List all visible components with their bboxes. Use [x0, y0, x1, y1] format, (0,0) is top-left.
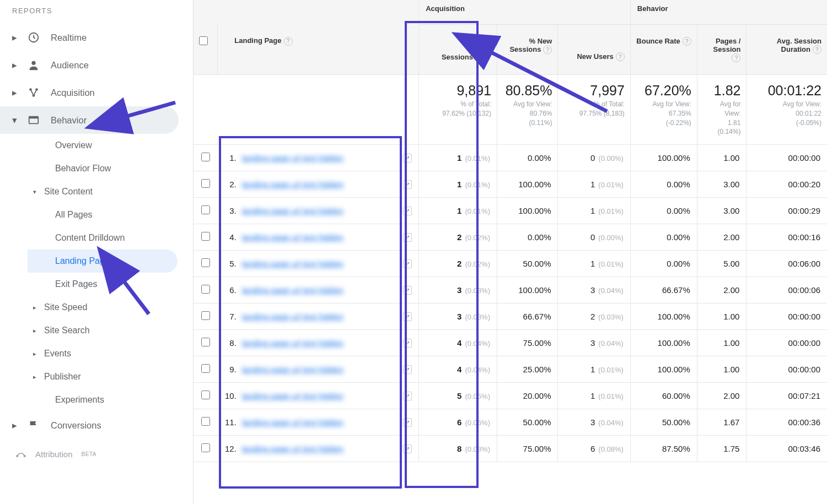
landing-page-link[interactable]: landing page url text hidden	[242, 232, 343, 242]
select-all-checkbox[interactable]	[199, 36, 208, 45]
help-icon[interactable]: ?	[732, 53, 740, 62]
cell-pps: 1.00	[697, 304, 747, 330]
open-external-icon[interactable]: ↗	[403, 392, 412, 400]
subnav-content-drilldown[interactable]: Content Drilldown	[28, 226, 193, 250]
open-external-icon[interactable]: ↗	[403, 259, 412, 268]
cell-sessions: 1(0.01%)	[419, 171, 497, 198]
open-external-icon[interactable]: ↗	[403, 312, 412, 321]
open-external-icon[interactable]: ↗	[403, 207, 412, 215]
help-icon[interactable]: ?	[284, 37, 293, 46]
landing-page-cell: 10. landing page url text hidden ↗	[218, 383, 419, 409]
open-external-icon[interactable]: ↗	[403, 233, 412, 242]
row-checkbox[interactable]	[201, 417, 210, 426]
row-checkbox[interactable]	[201, 338, 210, 346]
subnav-site-content[interactable]: Site Content	[19, 180, 193, 203]
row-checkbox[interactable]	[201, 443, 210, 452]
landing-page-cell: 8. landing page url text hidden ↗	[218, 330, 419, 356]
nav-acquisition[interactable]: ▸ Acquisition	[0, 79, 193, 106]
subnav-overview[interactable]: Overview	[19, 134, 193, 157]
cell-bounce: 87.50%	[630, 436, 697, 462]
col-new-users[interactable]: New Users?	[558, 24, 630, 75]
subnav-experiments[interactable]: Experiments	[19, 388, 193, 411]
nav-conversions[interactable]: ▸ Conversions	[0, 411, 193, 439]
col-pct-new-sessions[interactable]: % New Sessions?	[497, 24, 558, 75]
cell-bounce: 60.00%	[630, 383, 697, 409]
landing-page-link[interactable]: landing page url text hidden	[242, 285, 343, 295]
help-icon[interactable]: ?	[683, 37, 691, 46]
cell-pps: 1.67	[697, 409, 747, 436]
row-checkbox[interactable]	[201, 285, 210, 294]
open-external-icon[interactable]: ↗	[403, 418, 412, 427]
subnav-site-search[interactable]: Site Search	[19, 319, 193, 342]
row-checkbox[interactable]	[201, 232, 210, 241]
table-row: 7. landing page url text hidden ↗ 3(0.03…	[194, 304, 827, 330]
open-external-icon[interactable]: ↗	[403, 339, 412, 348]
help-icon[interactable]: ?	[475, 53, 484, 62]
open-external-icon[interactable]: ↗	[403, 154, 412, 162]
table-row: 1. landing page url text hidden ↗ 1(0.01…	[194, 145, 827, 171]
nav-audience[interactable]: ▸ Audience	[0, 51, 193, 79]
group-acquisition: Acquisition	[419, 0, 631, 24]
landing-page-link[interactable]: landing page url text hidden	[242, 444, 343, 453]
svg-point-1	[31, 61, 35, 65]
open-external-icon[interactable]: ↗	[403, 445, 412, 453]
open-external-icon[interactable]: ↗	[403, 365, 412, 374]
cell-duration: 00:07:21	[747, 383, 827, 409]
table-row: 10. landing page url text hidden ↗ 5(0.0…	[194, 383, 827, 409]
landing-page-cell: 5. landing page url text hidden ↗	[218, 251, 419, 277]
site-content-subnav: All Pages Content Drilldown Landing Page…	[19, 203, 193, 296]
table-row: 12. landing page url text hidden ↗ 8(0.0…	[194, 436, 827, 462]
cell-duration: 00:00:16	[747, 224, 827, 251]
row-checkbox[interactable]	[201, 179, 210, 188]
landing-page-link[interactable]: landing page url text hidden	[242, 206, 343, 215]
subnav-landing-pages[interactable]: Landing Pages	[28, 250, 178, 273]
landing-page-link[interactable]: landing page url text hidden	[242, 180, 343, 189]
cell-duration: 00:00:36	[747, 409, 827, 436]
cell-pps: 2.00	[697, 224, 747, 251]
cell-pps: 5.00	[697, 251, 747, 277]
report-table: Acquisition Behavior Landing Page? Sessi…	[194, 0, 827, 462]
landing-page-link[interactable]: landing page url text hidden	[242, 391, 343, 400]
open-external-icon[interactable]: ↗	[403, 180, 412, 189]
landing-page-link[interactable]: landing page url text hidden	[242, 259, 343, 268]
table-row: 5. landing page url text hidden ↗ 2(0.02…	[194, 251, 827, 277]
col-avg-duration[interactable]: Avg. Session Duration?	[747, 24, 827, 75]
help-icon[interactable]: ?	[543, 45, 552, 54]
row-checkbox[interactable]	[201, 258, 210, 267]
subnav-site-speed[interactable]: Site Speed	[19, 296, 193, 319]
landing-page-link[interactable]: landing page url text hidden	[242, 338, 343, 348]
person-icon	[28, 59, 40, 71]
col-sessions[interactable]: Sessions?↑	[419, 24, 497, 75]
landing-page-link[interactable]: landing page url text hidden	[242, 365, 343, 374]
subnav-all-pages[interactable]: All Pages	[28, 203, 193, 226]
subnav-behavior-flow[interactable]: Behavior Flow	[19, 157, 193, 180]
cell-new-users: 1(0.01%)	[558, 198, 630, 224]
open-external-icon[interactable]: ↗	[403, 286, 412, 295]
row-checkbox[interactable]	[201, 364, 210, 373]
help-icon[interactable]: ?	[813, 45, 821, 54]
subnav-events[interactable]: Events	[19, 342, 193, 365]
col-bounce-rate[interactable]: Bounce Rate?	[630, 24, 697, 75]
nav-behavior[interactable]: ▾ Behavior	[0, 106, 179, 134]
subnav-publisher[interactable]: Publisher	[19, 365, 193, 388]
cell-pps: 3.00	[697, 171, 747, 198]
landing-page-link[interactable]: landing page url text hidden	[242, 312, 343, 321]
cell-new-users: 0(0.00%)	[558, 224, 630, 251]
row-checkbox[interactable]	[201, 391, 210, 399]
row-checkbox[interactable]	[201, 153, 210, 161]
chevron-right-icon: ▸	[12, 420, 17, 431]
landing-page-link[interactable]: landing page url text hidden	[242, 153, 343, 162]
app-root: REPORTS ▸ Realtime ▸ Audience ▸ Acquisit…	[0, 0, 827, 504]
subnav-exit-pages[interactable]: Exit Pages	[28, 273, 193, 296]
row-checkbox[interactable]	[201, 311, 210, 320]
col-landing-page[interactable]: Landing Page?	[218, 24, 419, 75]
col-pages-per-session[interactable]: Pages / Session?	[697, 24, 747, 75]
cell-new-users: 3(0.04%)	[558, 409, 630, 436]
cell-pps: 2.00	[697, 277, 747, 304]
nav-label: Conversions	[51, 420, 101, 431]
landing-page-link[interactable]: landing page url text hidden	[242, 418, 343, 427]
nav-realtime[interactable]: ▸ Realtime	[0, 24, 193, 51]
help-icon[interactable]: ?	[616, 52, 625, 61]
nav-attribution[interactable]: Attribution BETA	[0, 439, 193, 469]
row-checkbox[interactable]	[201, 205, 210, 214]
